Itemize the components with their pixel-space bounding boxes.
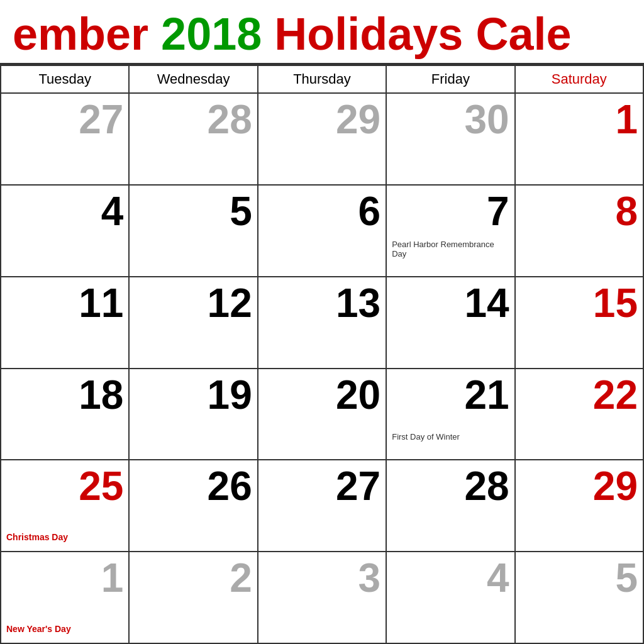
day-cell-dec12: 12 — [130, 277, 258, 369]
day-number: 2 — [135, 556, 252, 600]
calendar-title: ember 2018 Holidays Cale — [13, 11, 631, 57]
day-cell-dec27: 27 — [258, 460, 387, 552]
day-cell-dec13: 13 — [258, 277, 387, 369]
day-number: 5 — [521, 556, 638, 600]
day-number: 30 — [392, 97, 509, 142]
holiday-pearl-harbor: Pearl Harbor Remembrance Day — [392, 240, 509, 258]
day-number: 21 — [392, 373, 509, 417]
day-cell-dec22: 22 — [516, 369, 644, 461]
day-cell-dec1: 1 — [516, 94, 644, 186]
day-cell-dec29: 29 — [516, 460, 644, 552]
day-cell-dec4: 4 — [1, 186, 130, 277]
calendar-page: ember 2018 Holidays Cale Tuesday Wednesd… — [0, 0, 644, 644]
calendar-wrap: Tuesday Wednesday Thursday Friday Saturd… — [0, 65, 644, 644]
col-header-saturday: Saturday — [516, 66, 644, 94]
day-number: 6 — [264, 189, 380, 233]
day-number: 29 — [264, 97, 380, 142]
holiday-winter: First Day of Winter — [392, 432, 509, 441]
day-cell-jan2: 2 — [130, 552, 258, 644]
title-year: 2018 — [161, 9, 262, 59]
day-cell-jan3: 3 — [258, 552, 387, 644]
day-number: 12 — [135, 281, 252, 325]
day-cell-nov29: 29 — [258, 94, 387, 186]
title-holidays: Holidays Cale — [262, 9, 571, 59]
day-number: 27 — [264, 464, 380, 508]
day-number: 1 — [6, 556, 123, 600]
day-cell-jan1: 1 New Year's Day — [1, 552, 130, 644]
day-cell-dec8: 8 — [516, 186, 644, 277]
day-number: 18 — [6, 373, 123, 417]
day-number: 28 — [392, 464, 509, 508]
holiday-newyear: New Year's Day — [6, 624, 123, 634]
day-number: 19 — [135, 373, 252, 417]
day-cell-dec26: 26 — [130, 460, 258, 552]
day-cell-dec25: 25 Christmas Day — [1, 460, 130, 552]
day-cell-dec14: 14 — [387, 277, 515, 369]
day-number: 15 — [521, 281, 638, 325]
day-number: 5 — [135, 189, 252, 233]
day-cell-jan5: 5 — [516, 552, 644, 644]
col-header-friday: Friday — [387, 66, 515, 94]
day-number: 1 — [521, 97, 638, 142]
day-cell-dec21: 21 First Day of Winter — [387, 369, 515, 461]
day-cell-dec19: 19 — [130, 369, 258, 461]
day-number: 3 — [264, 556, 380, 600]
day-number: 27 — [6, 97, 123, 142]
day-number: 4 — [392, 556, 509, 600]
col-header-wednesday: Wednesday — [130, 66, 258, 94]
calendar-header: ember 2018 Holidays Cale — [0, 0, 644, 65]
day-cell-dec7: 7 Pearl Harbor Remembrance Day — [387, 186, 515, 277]
holiday-christmas: Christmas Day — [6, 532, 123, 542]
day-number: 26 — [135, 464, 252, 508]
day-cell-nov27: 27 — [1, 94, 130, 186]
day-number: 7 — [392, 189, 509, 233]
day-number: 25 — [6, 464, 123, 508]
day-cell-jan4: 4 — [387, 552, 515, 644]
day-cell-dec15: 15 — [516, 277, 644, 369]
day-cell-nov28: 28 — [130, 94, 258, 186]
day-number: 22 — [521, 373, 638, 417]
day-number: 20 — [264, 373, 380, 417]
day-cell-nov30: 30 — [387, 94, 515, 186]
day-cell-dec28: 28 — [387, 460, 515, 552]
day-cell-dec20: 20 — [258, 369, 387, 461]
day-number: 14 — [392, 281, 509, 325]
day-number: 11 — [6, 281, 123, 325]
day-number: 4 — [6, 189, 123, 233]
title-month: ember — [13, 9, 161, 59]
day-number: 8 — [521, 189, 638, 233]
day-cell-dec18: 18 — [1, 369, 130, 461]
day-number: 29 — [521, 464, 638, 508]
day-cell-dec11: 11 — [1, 277, 130, 369]
day-number: 13 — [264, 281, 380, 325]
day-cell-dec6: 6 — [258, 186, 387, 277]
col-header-tuesday: Tuesday — [1, 66, 130, 94]
day-number: 28 — [135, 97, 252, 142]
col-header-thursday: Thursday — [258, 66, 387, 94]
day-cell-dec5: 5 — [130, 186, 258, 277]
calendar-grid: Tuesday Wednesday Thursday Friday Saturd… — [0, 65, 644, 644]
